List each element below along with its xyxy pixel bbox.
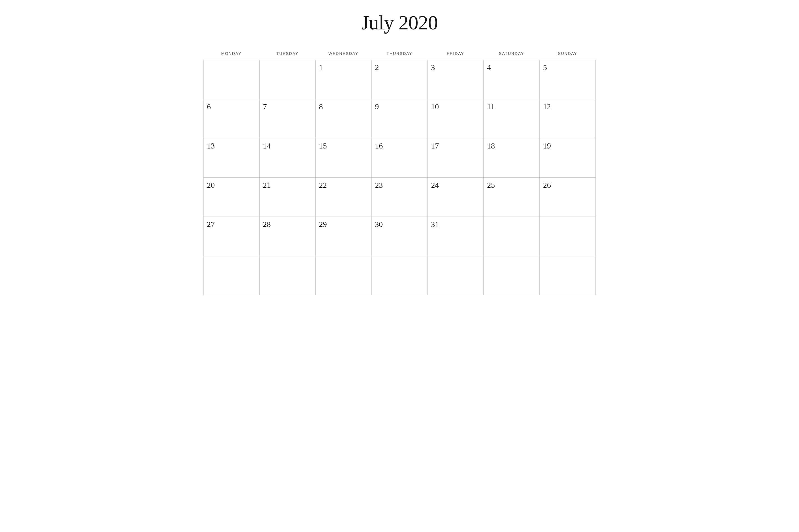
day-header-wednesday: WEDNESDAY <box>315 49 371 60</box>
day-number: 19 <box>543 141 551 150</box>
day-number: 4 <box>487 63 491 72</box>
day-cell-21: 21 <box>259 177 315 217</box>
empty-cell <box>540 256 596 295</box>
calendar-grid: MONDAYTUESDAYWEDNESDAYTHURSDAYFRIDAYSATU… <box>203 49 596 295</box>
week-row-5: 2728293031 <box>203 217 596 256</box>
day-cell-27: 27 <box>203 217 260 256</box>
empty-cell <box>371 256 428 295</box>
empty-cell <box>203 60 260 99</box>
day-number: 31 <box>431 220 439 229</box>
day-cell-12: 12 <box>540 99 596 138</box>
day-cell-15: 15 <box>315 138 371 177</box>
empty-cell <box>315 256 371 295</box>
day-number: 21 <box>263 181 271 189</box>
day-number: 27 <box>207 220 215 229</box>
calendar-container: MONDAYTUESDAYWEDNESDAYTHURSDAYFRIDAYSATU… <box>203 49 596 295</box>
day-cell-22: 22 <box>315 177 371 217</box>
empty-cell <box>540 217 596 256</box>
day-cell-2: 2 <box>371 60 428 99</box>
day-cell-6: 6 <box>203 99 260 138</box>
day-cell-19: 19 <box>540 138 596 177</box>
day-header-sunday: SUNDAY <box>540 49 596 60</box>
empty-cell <box>259 60 315 99</box>
day-number: 10 <box>431 102 439 111</box>
day-number: 5 <box>543 63 547 72</box>
day-cell-23: 23 <box>371 177 428 217</box>
empty-cell <box>484 256 540 295</box>
day-cell-17: 17 <box>428 138 484 177</box>
day-number: 2 <box>375 63 379 72</box>
day-number: 3 <box>431 63 435 72</box>
day-cell-28: 28 <box>259 217 315 256</box>
day-header-thursday: THURSDAY <box>371 49 428 60</box>
day-number: 7 <box>263 102 267 111</box>
day-header-monday: MONDAY <box>203 49 260 60</box>
day-cell-3: 3 <box>428 60 484 99</box>
day-number: 30 <box>375 220 383 229</box>
day-cell-16: 16 <box>371 138 428 177</box>
day-number: 25 <box>487 181 495 189</box>
day-number: 16 <box>375 141 383 150</box>
day-cell-26: 26 <box>540 177 596 217</box>
header-row: MONDAYTUESDAYWEDNESDAYTHURSDAYFRIDAYSATU… <box>203 49 596 60</box>
day-number: 28 <box>263 220 271 229</box>
empty-cell <box>203 256 260 295</box>
day-cell-20: 20 <box>203 177 260 217</box>
empty-cell <box>259 256 315 295</box>
day-number: 22 <box>319 181 327 189</box>
day-number: 17 <box>431 141 439 150</box>
day-cell-18: 18 <box>484 138 540 177</box>
day-cell-9: 9 <box>371 99 428 138</box>
day-number: 11 <box>487 102 494 111</box>
week-row-1: 12345 <box>203 60 596 99</box>
week-row-3: 13141516171819 <box>203 138 596 177</box>
week-row-2: 6789101112 <box>203 99 596 138</box>
day-cell-1: 1 <box>315 60 371 99</box>
day-cell-14: 14 <box>259 138 315 177</box>
day-cell-4: 4 <box>484 60 540 99</box>
day-number: 14 <box>263 141 271 150</box>
day-number: 23 <box>375 181 383 189</box>
day-cell-7: 7 <box>259 99 315 138</box>
day-number: 15 <box>319 141 327 150</box>
day-cell-31: 31 <box>428 217 484 256</box>
day-header-tuesday: TUESDAY <box>259 49 315 60</box>
day-number: 13 <box>207 141 215 150</box>
empty-cell <box>428 256 484 295</box>
day-cell-10: 10 <box>428 99 484 138</box>
day-number: 1 <box>319 63 323 72</box>
day-number: 24 <box>431 181 439 189</box>
day-number: 20 <box>207 181 215 189</box>
week-row-4: 20212223242526 <box>203 177 596 217</box>
day-cell-11: 11 <box>484 99 540 138</box>
day-header-friday: FRIDAY <box>428 49 484 60</box>
day-number: 8 <box>319 102 323 111</box>
day-cell-8: 8 <box>315 99 371 138</box>
calendar-title: July 2020 <box>361 11 438 35</box>
day-cell-5: 5 <box>540 60 596 99</box>
day-number: 6 <box>207 102 211 111</box>
day-cell-25: 25 <box>484 177 540 217</box>
day-number: 29 <box>319 220 327 229</box>
week-row-6 <box>203 256 596 295</box>
day-cell-13: 13 <box>203 138 260 177</box>
day-number: 12 <box>543 102 551 111</box>
day-number: 26 <box>543 181 551 189</box>
day-header-saturday: SATURDAY <box>484 49 540 60</box>
empty-cell <box>484 217 540 256</box>
day-cell-24: 24 <box>428 177 484 217</box>
day-number: 18 <box>487 141 495 150</box>
day-number: 9 <box>375 102 379 111</box>
day-cell-29: 29 <box>315 217 371 256</box>
day-cell-30: 30 <box>371 217 428 256</box>
